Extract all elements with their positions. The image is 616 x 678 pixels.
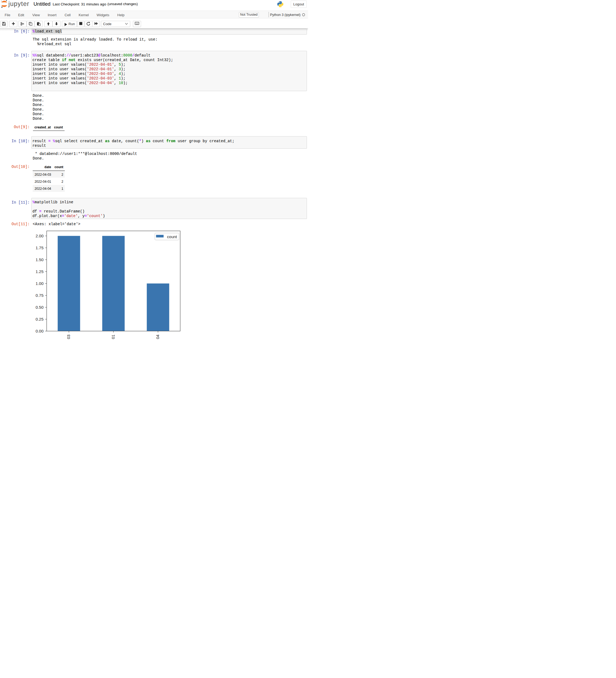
svg-text:0.25: 0.25: [36, 317, 43, 322]
svg-text:1.00: 1.00: [36, 281, 43, 286]
svg-text:2022-04-01: 2022-04-01: [111, 335, 115, 339]
svg-text:2022-04-04: 2022-04-04: [155, 335, 160, 339]
svg-text:1.50: 1.50: [36, 257, 43, 262]
svg-text:2.00: 2.00: [36, 234, 43, 238]
svg-text:1.25: 1.25: [36, 269, 43, 274]
svg-text:0.75: 0.75: [36, 293, 43, 298]
svg-text:0.50: 0.50: [36, 305, 43, 309]
svg-text:1.75: 1.75: [36, 246, 43, 250]
svg-text:0.00: 0.00: [36, 329, 43, 333]
svg-text:count: count: [167, 234, 177, 239]
svg-text:2022-04-03: 2022-04-03: [66, 335, 71, 339]
